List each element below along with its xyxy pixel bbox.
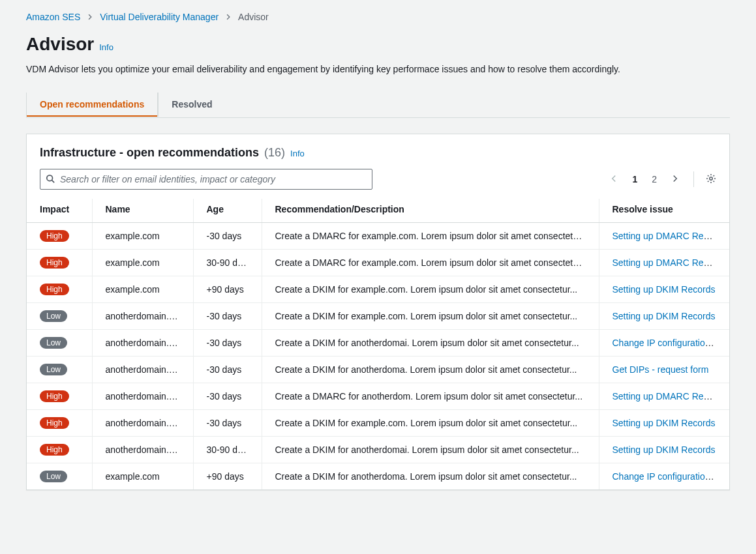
cell-age: 30-90 days <box>193 437 262 463</box>
column-header-description[interactable]: Recommendation/Description <box>262 199 599 223</box>
chevron-right-icon <box>225 12 232 22</box>
cell-description: Create a DKIM for anotherdomai. Lorem ip… <box>262 437 599 463</box>
cell-impact: High <box>27 437 92 463</box>
cell-description: Create a DKIM for anotherdoma. Lorem ips… <box>262 463 599 490</box>
resolve-link[interactable]: Setting up DKIM Records <box>612 418 716 428</box>
cell-age: -30 days <box>193 303 262 330</box>
cell-impact: Low <box>27 303 92 330</box>
table-row: Highanotherdomain.com-30 daysCreate a DM… <box>27 383 729 410</box>
impact-badge: High <box>40 257 69 269</box>
table-row: Highanotherdomain.com-30 daysCreate a DK… <box>27 410 729 437</box>
table-row: Lowanotherdomain.com-30 daysCreate a DKI… <box>27 357 729 383</box>
cell-description: Create a DKIM for example.com. Lorem ips… <box>262 410 599 437</box>
impact-badge: High <box>40 284 69 295</box>
resolve-link[interactable]: Setting up DKIM Records <box>612 284 716 295</box>
cell-name: example.com <box>92 223 193 250</box>
cell-description: Create a DKIM for anotherdoma. Lorem ips… <box>262 357 599 383</box>
cell-name: example.com <box>92 463 193 490</box>
cell-age: -30 days <box>193 223 262 250</box>
impact-badge: Low <box>40 471 67 482</box>
page-description: VDM Advisor lets you optimize your email… <box>26 64 730 74</box>
cell-name: anotherdomain.com <box>92 357 193 383</box>
prev-page-button <box>607 173 620 186</box>
cell-resolve: Setting up DMARC Records <box>599 223 729 250</box>
cell-resolve: Get DIPs - request form <box>599 357 729 383</box>
info-link[interactable]: Info <box>99 42 113 52</box>
panel-count: (16) <box>264 146 285 160</box>
impact-badge: Low <box>40 337 67 349</box>
cell-impact: Low <box>27 330 92 357</box>
table-row: Highexample.com-30 daysCreate a DMARC fo… <box>27 223 729 250</box>
cell-age: +90 days <box>193 463 262 490</box>
tabs: Open recommendations Resolved <box>26 93 730 118</box>
cell-impact: Low <box>27 463 92 490</box>
column-header-age[interactable]: Age <box>193 199 262 223</box>
impact-badge: Low <box>40 310 67 322</box>
cell-age: -30 days <box>193 330 262 357</box>
impact-badge: Low <box>40 364 67 375</box>
search-icon <box>46 174 55 185</box>
tab-open-recommendations[interactable]: Open recommendations <box>26 93 158 117</box>
column-header-name[interactable]: Name <box>92 199 193 223</box>
cell-name: anotherdomain.com <box>92 410 193 437</box>
table-row: Highexample.com+90 daysCreate a DKIM for… <box>27 276 729 303</box>
column-header-impact[interactable]: Impact <box>27 199 92 223</box>
breadcrumb: Amazon SES Virtual Deliverability Manage… <box>26 12 730 22</box>
table-row: Lowanotherdomain.com-30 daysCreate a DKI… <box>27 330 729 357</box>
impact-badge: High <box>40 444 69 456</box>
resolve-link[interactable]: Setting up DMARC Records <box>612 257 726 268</box>
pagination: 1 2 <box>607 171 716 187</box>
page-number[interactable]: 1 <box>629 173 640 186</box>
cell-impact: High <box>27 250 92 276</box>
page-number[interactable]: 2 <box>649 173 659 186</box>
cell-name: example.com <box>92 250 193 276</box>
info-link[interactable]: Info <box>290 149 305 158</box>
cell-description: Create a DMARC for example.com. Lorem ip… <box>262 250 599 276</box>
table-row: Lowanotherdomain.com-30 daysCreate a DKI… <box>27 303 729 330</box>
resolve-link[interactable]: Setting up DMARC Records <box>612 231 726 241</box>
cell-age: 30-90 days <box>193 250 262 276</box>
cell-impact: Low <box>27 357 92 383</box>
impact-badge: High <box>40 230 69 242</box>
cell-resolve: Setting up DKIM Records <box>599 276 729 303</box>
breadcrumb-current: Advisor <box>238 12 269 22</box>
cell-description: Create a DKIM for anotherdomai. Lorem ip… <box>262 330 599 357</box>
cell-resolve: Setting up DKIM Records <box>599 303 729 330</box>
cell-resolve: Setting up DMARC Records <box>599 250 729 276</box>
resolve-link[interactable]: Get DIPs - request form <box>612 364 709 375</box>
table-row: Highexample.com30-90 daysCreate a DMARC … <box>27 250 729 276</box>
cell-name: anotherdomain.com <box>92 383 193 410</box>
resolve-link[interactable]: Setting up DKIM Records <box>612 445 716 455</box>
breadcrumb-link[interactable]: Virtual Deliverability Manager <box>100 12 219 22</box>
panel-title: Infrastructure - open recommendations <box>40 146 259 160</box>
cell-name: anotherdomain.com <box>92 437 193 463</box>
resolve-link[interactable]: Change IP configuration set <box>612 471 725 482</box>
cell-resolve: Change IP configuration set <box>599 330 729 357</box>
table-row: Highanotherdomain.com30-90 daysCreate a … <box>27 437 729 463</box>
cell-age: -30 days <box>193 357 262 383</box>
search-field-wrapper[interactable] <box>40 169 372 190</box>
chevron-right-icon <box>87 12 93 22</box>
cell-impact: High <box>27 223 92 250</box>
resolve-link[interactable]: Setting up DMARC Records <box>612 391 726 401</box>
tab-resolved[interactable]: Resolved <box>158 93 225 117</box>
cell-impact: High <box>27 276 92 303</box>
cell-description: Create a DKIM for example.com. Lorem ips… <box>262 303 599 330</box>
settings-button[interactable] <box>706 173 716 186</box>
search-input[interactable] <box>60 174 367 184</box>
cell-resolve: Setting up DKIM Records <box>599 410 729 437</box>
cell-impact: High <box>27 410 92 437</box>
cell-age: +90 days <box>193 276 262 303</box>
next-page-button[interactable] <box>669 173 682 186</box>
impact-badge: High <box>40 390 69 402</box>
breadcrumb-link[interactable]: Amazon SES <box>26 12 80 22</box>
cell-description: Create a DKIM for example.com. Lorem ips… <box>262 276 599 303</box>
svg-point-0 <box>47 175 53 181</box>
resolve-link[interactable]: Setting up DKIM Records <box>612 311 716 321</box>
resolve-link[interactable]: Change IP configuration set <box>612 338 725 348</box>
recommendations-table: Impact Name Age Recommendation/Descripti… <box>27 199 729 489</box>
gear-icon <box>706 173 716 186</box>
cell-description: Create a DMARC for anotherdom. Lorem ips… <box>262 383 599 410</box>
recommendations-panel: Infrastructure - open recommendations (1… <box>26 134 730 490</box>
column-header-resolve[interactable]: Resolve issue <box>599 199 729 223</box>
